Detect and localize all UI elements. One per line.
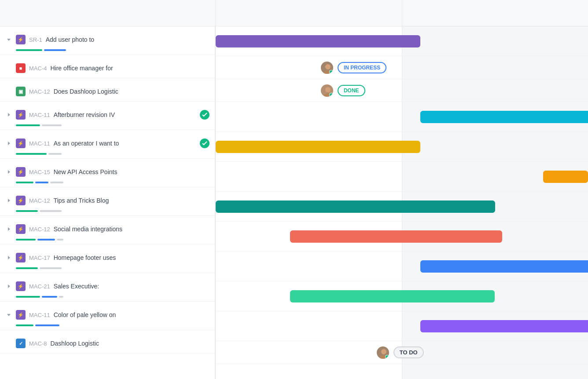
epic-row-main: ⚡MAC-12Social media integrations (0, 216, 215, 239)
check-badge (200, 138, 209, 148)
progress-bar-wrap (0, 153, 215, 158)
expand-button[interactable] (5, 168, 12, 175)
progress-bar-wrap (0, 239, 215, 244)
progress-segment (35, 182, 48, 183)
progress-segment (35, 324, 59, 326)
progress-segment (48, 153, 62, 155)
epic-id: MAC-15 (29, 169, 50, 175)
epic-icon: ⚡ (16, 138, 26, 148)
epic-row-main: ⚡MAC-11As an operator I want to (0, 130, 215, 153)
gantt-row (216, 222, 588, 251)
gantt-rows: IN PROGRESSDONETO DO (216, 26, 588, 364)
progress-segment (16, 182, 33, 183)
epic-row: ■MAC-4Hire office manager for (0, 55, 215, 78)
epic-row: ⚡MAC-11As an operator I want to (0, 130, 215, 159)
gantt-row (216, 26, 588, 56)
svg-marker-7 (8, 284, 10, 288)
epic-id: MAC-21 (29, 283, 50, 290)
svg-marker-2 (8, 142, 10, 145)
avatar-status-wrap: DONE (320, 84, 365, 98)
gantt-row (216, 102, 588, 132)
gantt-row (216, 281, 588, 311)
expand-button[interactable] (5, 140, 12, 147)
progress-bar-wrap (0, 124, 215, 130)
epic-icon: ⚡ (16, 167, 26, 177)
epic-row-main: ⚡MAC-17Homepage footer uses (0, 244, 215, 267)
epic-row-main: ⚡SR-1Add user photo to (0, 26, 215, 49)
header (0, 0, 588, 26)
epic-title: Dashloop Logistic (50, 340, 209, 347)
status-badge: TO DO (393, 346, 424, 358)
epic-icon: ⚡ (16, 253, 26, 262)
gantt-area: IN PROGRESSDONETO DO (216, 26, 588, 379)
expand-button[interactable] (5, 111, 12, 118)
epic-id: MAC-8 (29, 340, 47, 347)
progress-segment (16, 210, 38, 212)
progress-segment (40, 210, 62, 212)
status-badge: IN PROGRESS (338, 62, 386, 73)
svg-marker-4 (8, 199, 10, 202)
epic-icon: ⚡ (16, 110, 26, 120)
gantt-bar (420, 320, 588, 332)
svg-marker-6 (8, 256, 10, 259)
epic-id: SR-1 (29, 36, 42, 43)
progress-segment (59, 296, 63, 298)
svg-marker-8 (7, 314, 11, 316)
progress-segment (16, 267, 38, 269)
progress-bar-wrap (0, 182, 215, 187)
epic-row: ⚡MAC-12Tips and Tricks Blog (0, 187, 215, 216)
epic-icon: ⚡ (16, 310, 26, 320)
epic-row-main: ⚡MAC-21Sales Executive: (0, 273, 215, 296)
epic-title: As an operator I want to (54, 140, 196, 147)
gantt-row (216, 162, 588, 192)
epic-title: Sales Executive: (54, 283, 209, 290)
epic-title: New API Access Points (54, 168, 209, 175)
body: ⚡SR-1Add user photo to■MAC-4Hire office … (0, 26, 588, 379)
check-badge (200, 110, 209, 120)
epic-row: ⚡SR-1Add user photo to (0, 26, 215, 55)
header-epic-label (0, 0, 216, 26)
progress-segment (16, 324, 33, 326)
header-jun (402, 0, 588, 26)
epic-row-main: ⚡MAC-12Tips and Tricks Blog (0, 187, 215, 210)
epic-row: ⚡MAC-11Afterburner revision IV (0, 102, 215, 130)
progress-segment (50, 182, 63, 183)
epic-icon: ⚡ (16, 224, 26, 234)
epic-title: Color of pale yellow on (54, 311, 209, 318)
gantt-row-child: DONE (216, 79, 588, 102)
epic-title: Afterburner revision IV (54, 111, 196, 118)
gantt-bar (420, 260, 588, 273)
epic-icon: ✓ (16, 339, 26, 348)
epic-icon: ▣ (16, 87, 26, 96)
avatar (376, 346, 390, 360)
gantt-row (216, 311, 588, 341)
expand-button[interactable] (5, 197, 12, 204)
epic-icon: ⚡ (16, 196, 26, 205)
epic-id: MAC-11 (29, 312, 50, 318)
epic-row: ⚡MAC-17Homepage footer uses (0, 244, 215, 273)
progress-segment (42, 296, 57, 298)
expand-button[interactable] (5, 36, 12, 43)
epic-row: ✓MAC-8Dashloop Logistic (0, 330, 215, 353)
progress-segment (40, 267, 62, 269)
epic-id: MAC-11 (29, 140, 50, 147)
epic-row-main: ▣MAC-12Does Dashloop Logistic (0, 78, 215, 101)
svg-point-11 (325, 87, 331, 92)
epic-row: ⚡MAC-11Color of pale yellow on (0, 302, 215, 330)
expand-button[interactable] (5, 283, 12, 290)
avatar (320, 61, 334, 75)
epic-title: Tips and Tricks Blog (54, 197, 209, 204)
progress-segment (16, 153, 47, 155)
epic-id: MAC-17 (29, 255, 50, 261)
epic-icon: ⚡ (16, 281, 26, 291)
epic-row: ⚡MAC-21Sales Executive: (0, 273, 215, 302)
gantt-row (216, 251, 588, 281)
gantt-bar (420, 111, 588, 123)
progress-bar-wrap (0, 296, 215, 301)
expand-button[interactable] (5, 254, 12, 261)
progress-bar-wrap (0, 210, 215, 215)
epic-id: MAC-12 (29, 88, 50, 95)
expand-button[interactable] (5, 311, 12, 318)
expand-button[interactable] (5, 226, 12, 233)
epic-id: MAC-12 (29, 226, 50, 233)
